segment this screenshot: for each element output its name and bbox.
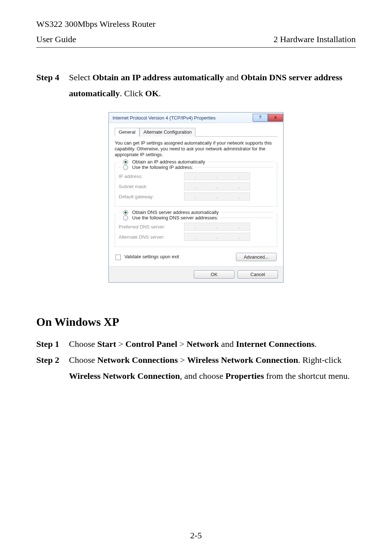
page-header: WS322 300Mbps Wireless Router User Guide… [36, 18, 356, 48]
dialog-tabs: General Alternate Configuration [115, 127, 277, 137]
help-button[interactable]: ? [253, 114, 268, 122]
dialog-info-text: You can get IP settings assigned automat… [115, 140, 277, 158]
input-alternate-dns: ... [184, 233, 250, 241]
cancel-button[interactable]: Cancel [237, 270, 278, 279]
label-obtain-dns-auto: Obtain DNS server address automatically [132, 210, 219, 215]
tab-general[interactable]: General [115, 128, 139, 137]
step4-label: Step 4 [36, 69, 69, 101]
label-subnet-mask: Subnet mask: [119, 184, 184, 189]
radio-obtain-dns-auto[interactable] [123, 210, 128, 215]
checkbox-validate-on-exit[interactable] [115, 255, 121, 260]
header-right: 2 Hardware Installation [273, 33, 356, 45]
heading-windows-xp: On Windows XP [36, 315, 356, 329]
close-button[interactable]: x [268, 114, 283, 122]
label-use-following-dns: Use the following DNS server addresses: [132, 215, 218, 220]
step4-body: Select Obtain an IP address automaticall… [69, 69, 356, 101]
radio-use-following-dns[interactable] [123, 215, 128, 220]
label-ip-address: IP address: [119, 174, 184, 179]
tcpip-properties-dialog: Internet Protocol Version 4 (TCP/IPv4) P… [109, 112, 283, 283]
xp-step2-body: Choose Network Connections > Wireless Ne… [69, 352, 356, 384]
ip-settings-group: Obtain an IP address automatically Use t… [115, 162, 277, 207]
advanced-button[interactable]: Advanced... [236, 253, 277, 261]
input-ip-address: ... [184, 172, 250, 180]
xp-step1-body: Choose Start > Control Panel > Network a… [69, 336, 356, 352]
label-preferred-dns: Preferred DNS server: [119, 224, 184, 230]
tab-alternate-configuration[interactable]: Alternate Configuration [139, 128, 196, 137]
label-alternate-dns: Alternate DNS server: [119, 234, 184, 240]
input-preferred-dns: ... [184, 223, 250, 231]
dialog-titlebar: Internet Protocol Version 4 (TCP/IPv4) P… [109, 113, 283, 123]
input-subnet-mask: ... [184, 182, 250, 190]
radio-use-following-ip[interactable] [123, 165, 128, 170]
input-default-gateway: ... [184, 193, 250, 200]
label-default-gateway: Default gateway: [119, 194, 184, 199]
xp-step1-label: Step 1 [36, 336, 69, 352]
xp-step2-label: Step 2 [36, 352, 69, 384]
page-number: 2-5 [36, 531, 356, 540]
label-use-following-ip: Use the following IP address: [132, 165, 193, 170]
dialog-title: Internet Protocol Version 4 (TCP/IPv4) P… [113, 115, 253, 121]
label-obtain-ip-auto: Obtain an IP address automatically [132, 159, 205, 165]
header-product: WS322 300Mbps Wireless Router [36, 18, 356, 30]
header-left: User Guide [36, 33, 76, 45]
label-validate-on-exit: Validate settings upon exit [124, 254, 179, 259]
radio-obtain-ip-auto[interactable] [123, 159, 128, 165]
dns-settings-group: Obtain DNS server address automatically … [115, 212, 277, 247]
ok-button[interactable]: OK [194, 270, 234, 279]
